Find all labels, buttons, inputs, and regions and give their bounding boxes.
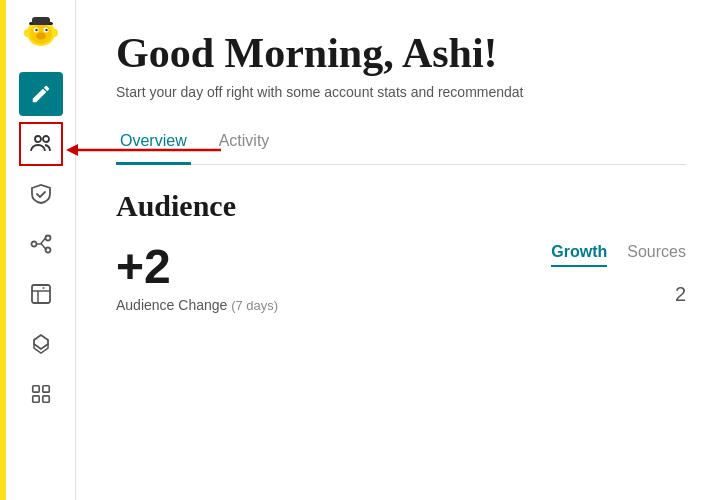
page-greeting: Good Morning, Ashi! (116, 30, 686, 76)
svg-point-13 (31, 242, 36, 247)
audience-change-value: +2 (116, 243, 551, 291)
audience-right-panel: Growth Sources 2 (551, 243, 686, 306)
svg-point-12 (43, 136, 49, 142)
svg-rect-17 (32, 386, 38, 392)
audience-change-label: Audience Change (7 days) (116, 297, 551, 313)
audience-stats-row: +2 Audience Change (7 days) Growth Sourc… (116, 243, 686, 313)
sidebar-item-create[interactable] (19, 72, 63, 116)
svg-rect-10 (32, 17, 50, 25)
svg-marker-22 (66, 144, 78, 156)
sidebar-item-templates[interactable] (19, 272, 63, 316)
sidebar-item-automations[interactable] (19, 222, 63, 266)
sidebar-item-integrations[interactable] (19, 322, 63, 366)
svg-point-4 (35, 29, 37, 31)
audience-small-number: 2 (675, 283, 686, 306)
sub-tab-sources[interactable]: Sources (627, 243, 686, 267)
sidebar-item-reports[interactable] (19, 372, 63, 416)
svg-point-8 (52, 29, 58, 37)
svg-rect-18 (42, 386, 48, 392)
svg-point-6 (36, 33, 46, 40)
sub-tab-growth[interactable]: Growth (551, 243, 607, 267)
svg-point-5 (45, 29, 47, 31)
svg-rect-16 (32, 285, 50, 303)
sidebar (6, 0, 76, 500)
svg-rect-19 (32, 396, 38, 402)
audience-title: Audience (116, 189, 686, 223)
greeting-subtitle: Start your day off right with some accou… (116, 84, 686, 100)
sidebar-item-audience[interactable] (19, 122, 63, 166)
svg-rect-20 (42, 396, 48, 402)
audience-sub-tabs: Growth Sources (551, 243, 686, 267)
svg-point-14 (45, 236, 50, 241)
svg-point-7 (24, 29, 30, 37)
audience-left-panel: +2 Audience Change (7 days) (116, 243, 551, 313)
sidebar-logo[interactable] (16, 10, 66, 60)
sidebar-item-campaigns[interactable] (19, 172, 63, 216)
main-content: Good Morning, Ashi! Start your day off r… (76, 0, 726, 500)
svg-point-11 (35, 136, 41, 142)
red-arrow-indicator (66, 135, 226, 165)
